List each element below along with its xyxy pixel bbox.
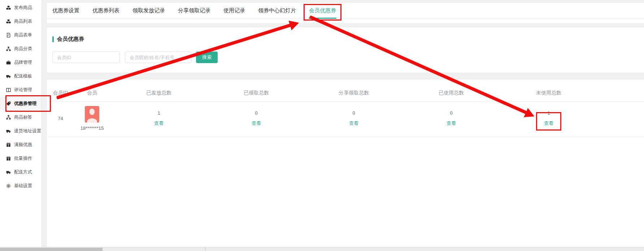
header-filler xyxy=(597,85,644,102)
tab-label: 使用记录 xyxy=(223,7,245,13)
sidebar-item-label: 品牌管理 xyxy=(14,60,32,66)
sidebar-item-batch-operations[interactable]: 批量操作 xyxy=(0,151,42,165)
tab-label: 分享领取记录 xyxy=(178,7,210,13)
briefcase-icon xyxy=(6,60,11,65)
main-content: 优惠券设置 优惠券列表 领取发放记录 分享领取记录 使用记录 领券中心幻灯片 会… xyxy=(42,0,644,247)
sidebar-item-publish-product[interactable]: 发布商品 xyxy=(0,1,42,14)
sidebar-item-label: 退货地址设置 xyxy=(14,128,41,134)
member-avatar xyxy=(85,106,99,123)
view-unused-link[interactable]: 查看 xyxy=(544,120,553,127)
cell-issued-total: 1 查看 xyxy=(110,102,208,137)
member-coupons-table: 会员ID 会员 已发放总数 已领取总数 分享领取总数 已使用总数 未使用总数 7… xyxy=(47,85,644,137)
tab-coupon-list[interactable]: 优惠券列表 xyxy=(92,3,119,18)
sidebar-item-label: 评论管理 xyxy=(14,87,32,93)
truck-icon xyxy=(6,74,11,79)
panel-title: 会员优惠券 xyxy=(52,36,639,43)
sidebar-item-label: 商品表单 xyxy=(14,32,32,38)
scrollbar-thumb[interactable] xyxy=(0,248,102,251)
search-panel: 会员优惠券 搜索 xyxy=(47,27,644,72)
sidebar-item-delivery-method[interactable]: 配送方式 xyxy=(0,165,42,179)
cell-received-total: 0 查看 xyxy=(208,102,305,137)
tab-coupon-center-slides[interactable]: 领券中心幻灯片 xyxy=(258,3,296,18)
tab-bar-card: 优惠券设置 优惠券列表 领取发放记录 分享领取记录 使用记录 领券中心幻灯片 会… xyxy=(47,3,644,23)
cell-member-id: 74 xyxy=(47,102,74,137)
sidebar-item-delivery-template[interactable]: 配送模板 xyxy=(0,69,42,83)
sidebar: 发布商品 商品列表 商品表单 商品分类 品牌管理 配送模板 评论管理 xyxy=(0,0,42,247)
cell-filler xyxy=(597,102,644,137)
header-unused-total: 未使用总数 xyxy=(500,85,597,102)
sitemap-icon xyxy=(6,115,11,120)
header-member-id: 会员ID xyxy=(47,85,74,102)
table-header-row: 会员ID 会员 已发放总数 已领取总数 分享领取总数 已使用总数 未使用总数 xyxy=(47,85,644,102)
tab-bar: 优惠券设置 优惠券列表 领取发放记录 分享领取记录 使用记录 领券中心幻灯片 会… xyxy=(47,3,644,18)
tab-member-coupons[interactable]: 会员优惠券 xyxy=(309,3,336,18)
app-window: 发布商品 商品列表 商品表单 商品分类 品牌管理 配送模板 评论管理 xyxy=(0,0,644,247)
tab-label: 优惠券设置 xyxy=(52,7,79,13)
avatar-person-icon xyxy=(90,109,95,115)
header-share-received-total: 分享领取总数 xyxy=(305,85,402,102)
tab-coupon-settings[interactable]: 优惠券设置 xyxy=(52,3,79,18)
header-received-total: 已领取总数 xyxy=(208,85,305,102)
sidebar-item-label: 配送方式 xyxy=(14,169,32,175)
header-used-total: 已使用总数 xyxy=(402,85,500,102)
view-share-received-link[interactable]: 查看 xyxy=(349,120,358,127)
cell-member: 18*******15 xyxy=(74,102,110,137)
sidebar-item-product-category[interactable]: 商品分类 xyxy=(0,42,42,56)
truck-icon xyxy=(6,170,11,175)
cell-share-received-total: 0 查看 xyxy=(305,102,402,137)
gift-icon xyxy=(6,142,11,147)
sidebar-item-label: 配送模板 xyxy=(14,73,32,79)
sidebar-item-label: 满额优惠 xyxy=(14,142,32,148)
title-accent-bar xyxy=(52,36,54,42)
sidebar-item-label: 基础设置 xyxy=(14,183,32,189)
cubes-icon xyxy=(6,5,11,10)
table-row: 74 18*******15 1 查看 xyxy=(47,102,644,137)
unused-total-value: 1 xyxy=(500,110,597,116)
tab-usage-records[interactable]: 使用记录 xyxy=(223,3,245,18)
cell-used-total: 0 查看 xyxy=(402,102,500,137)
cell-unused-total: 1 查看 xyxy=(500,102,597,137)
tab-label: 领取发放记录 xyxy=(132,7,165,13)
issued-total-value: 1 xyxy=(110,110,208,116)
sidebar-item-coupon-management[interactable]: 优惠券管理 xyxy=(0,97,42,110)
sidebar-item-product-form[interactable]: 商品表单 xyxy=(0,28,42,42)
search-row: 搜索 xyxy=(52,52,639,63)
sidebar-item-brand-management[interactable]: 品牌管理 xyxy=(0,56,42,69)
gift-icon xyxy=(6,156,11,161)
view-received-link[interactable]: 查看 xyxy=(252,120,261,127)
tab-share-claim-records[interactable]: 分享领取记录 xyxy=(178,3,210,18)
header-member: 会员 xyxy=(74,85,110,102)
sidebar-item-product-tags[interactable]: 商品标签 xyxy=(0,110,42,124)
gear-icon xyxy=(6,184,11,188)
header-issued-total: 已发放总数 xyxy=(110,85,208,102)
sidebar-item-full-discount[interactable]: 满额优惠 xyxy=(0,138,42,151)
horizontal-scrollbar[interactable] xyxy=(0,247,644,251)
used-total-value: 0 xyxy=(402,110,500,116)
tab-claim-issue-records[interactable]: 领取发放记录 xyxy=(132,3,165,18)
sidebar-item-label: 商品标签 xyxy=(14,114,32,120)
sidebar-item-basic-settings[interactable]: 基础设置 xyxy=(0,179,42,193)
panel-title-text: 会员优惠券 xyxy=(57,36,84,43)
sidebar-item-return-address-settings[interactable]: 退货地址设置 xyxy=(0,124,42,138)
tab-label: 会员优惠券 xyxy=(309,7,336,13)
sidebar-item-label: 批量操作 xyxy=(14,155,32,162)
truck-icon xyxy=(6,129,11,133)
sidebar-item-label: 优惠券管理 xyxy=(14,101,37,107)
sidebar-item-comment-management[interactable]: 评论管理 xyxy=(0,83,42,97)
member-coupons-table-card: 会员ID 会员 已发放总数 已领取总数 分享领取总数 已使用总数 未使用总数 7… xyxy=(47,80,644,247)
member-name-input[interactable] xyxy=(125,52,192,63)
member-id-input[interactable] xyxy=(52,52,120,63)
sidebar-item-product-list[interactable]: 商品列表 xyxy=(0,14,42,28)
columns-icon xyxy=(6,88,11,92)
cubes-icon xyxy=(6,19,11,24)
tab-label: 优惠券列表 xyxy=(92,7,119,13)
sidebar-item-label: 商品列表 xyxy=(14,18,32,25)
sidebar-item-label: 发布商品 xyxy=(14,5,32,11)
tag-icon xyxy=(6,101,11,106)
view-issued-link[interactable]: 查看 xyxy=(154,120,164,127)
search-button[interactable]: 搜索 xyxy=(196,52,218,63)
file-icon xyxy=(6,33,11,38)
view-used-link[interactable]: 查看 xyxy=(447,120,456,127)
share-received-total-value: 0 xyxy=(305,110,402,116)
member-phone: 18*******15 xyxy=(74,126,110,131)
